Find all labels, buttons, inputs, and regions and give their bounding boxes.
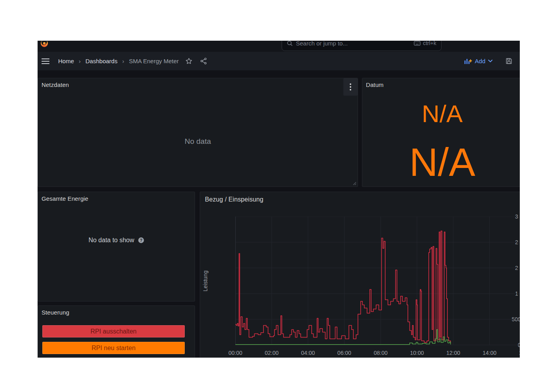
- page-background: Search or jump to... ctrl+k Home › Dashb…: [0, 0, 555, 392]
- keyboard-shortcut: ctrl+k: [414, 41, 436, 46]
- datum-stat-value-top: N/A: [422, 102, 462, 126]
- panel-steuerung: Steuerung RPI ausschalten RPI neu starte…: [38, 305, 195, 358]
- breadcrumb-separator: ›: [122, 58, 124, 64]
- timeseries-plot[interactable]: [235, 217, 520, 345]
- x-tick-label: 02:00: [265, 350, 278, 356]
- menu-toggle-icon[interactable]: [42, 58, 49, 64]
- add-button[interactable]: Add: [464, 58, 492, 64]
- x-tick-label: 08:00: [374, 350, 388, 356]
- panel-gesamte-title[interactable]: Gesamte Energie: [42, 195, 88, 202]
- panel-menu-button[interactable]: [343, 78, 358, 96]
- panel-bezug-einspeisung: Bezug / Einspeisung Leistung 3 kW2 kW2 k…: [200, 192, 520, 358]
- svg-text:?: ?: [140, 238, 142, 243]
- panel-datum: Datum N/A N/A: [362, 78, 520, 187]
- gesamte-empty-text: No data to show: [89, 237, 134, 244]
- panel-bezug-title[interactable]: Bezug / Einspeisung: [205, 196, 263, 203]
- panel-netzdaten: Netzdaten No data: [38, 78, 358, 187]
- add-panel-icon: [464, 58, 472, 64]
- grafana-logo-icon[interactable]: [40, 41, 49, 49]
- keyboard-icon: [414, 41, 421, 46]
- chevron-down-icon: [488, 60, 492, 62]
- datum-stat-value-bottom: N/A: [409, 142, 475, 182]
- shortcut-label: ctrl+k: [423, 41, 436, 46]
- x-tick-label: 16:00: [519, 350, 520, 356]
- favorite-star-icon[interactable]: [185, 57, 193, 65]
- panel-resize-handle[interactable]: [353, 182, 356, 185]
- breadcrumb-home[interactable]: Home: [58, 58, 74, 64]
- x-tick-label: 04:00: [301, 350, 315, 356]
- rpi-restart-button[interactable]: RPI neu starten: [42, 342, 185, 354]
- save-dashboard-icon[interactable]: [505, 57, 513, 65]
- x-tick-label: 10:00: [410, 350, 424, 356]
- breadcrumb-separator: ›: [79, 58, 81, 64]
- gesamte-empty-state: No data to show ?: [89, 237, 144, 244]
- breadcrumb-bar: Home › Dashboards › SMA Energy Meter: [38, 52, 520, 70]
- y-axis-label: Leistung: [202, 265, 208, 297]
- add-label: Add: [475, 58, 485, 64]
- panel-steuerung-title[interactable]: Steuerung: [42, 309, 69, 316]
- breadcrumb: Home › Dashboards › SMA Energy Meter: [58, 58, 179, 64]
- search-icon: [287, 41, 293, 46]
- share-icon[interactable]: [200, 57, 207, 65]
- help-icon[interactable]: ?: [138, 237, 144, 243]
- top-nav-bar: Search or jump to... ctrl+k: [38, 41, 520, 52]
- panel-gesamte-energie: Gesamte Energie No data to show ?: [38, 192, 195, 302]
- netzdaten-empty-state: No data: [185, 137, 211, 146]
- x-tick-label: 00:00: [228, 350, 242, 356]
- search-input[interactable]: Search or jump to... ctrl+k: [282, 41, 441, 51]
- breadcrumb-dashboards[interactable]: Dashboards: [85, 58, 117, 64]
- rpi-shutdown-button[interactable]: RPI ausschalten: [42, 325, 185, 337]
- panel-datum-title[interactable]: Datum: [366, 81, 384, 88]
- grafana-window: Search or jump to... ctrl+k Home › Dashb…: [38, 41, 520, 358]
- x-tick-label: 06:00: [337, 350, 351, 356]
- x-tick-label: 14:00: [483, 350, 496, 356]
- x-tick-label: 12:00: [446, 350, 460, 356]
- panel-netzdaten-title[interactable]: Netzdaten: [42, 81, 69, 88]
- breadcrumb-current-dashboard: SMA Energy Meter: [129, 58, 179, 64]
- search-placeholder: Search or jump to...: [296, 41, 411, 47]
